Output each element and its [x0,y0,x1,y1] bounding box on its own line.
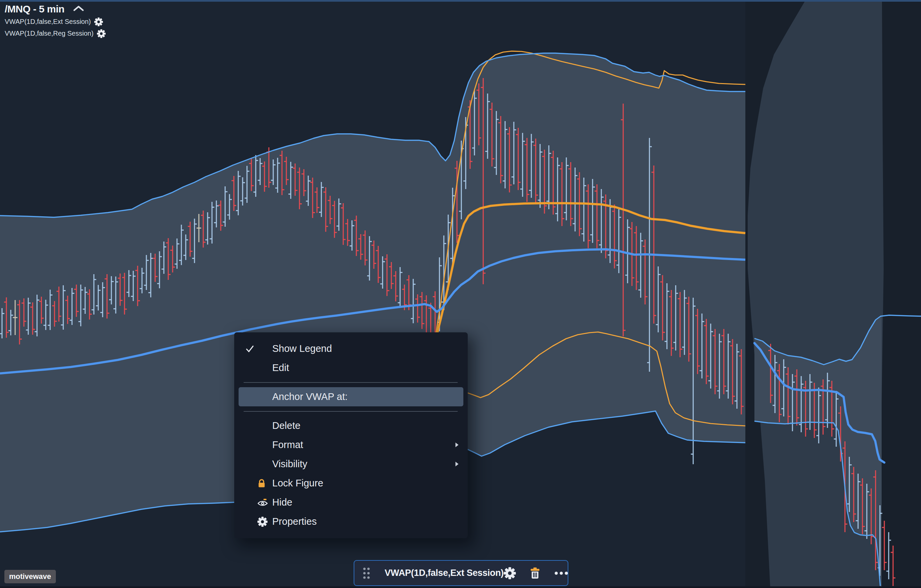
menu-item-label: Hide [272,497,293,508]
window-top-strip [0,0,921,2]
menu-item-anchor-vwap[interactable]: Anchor VWAP at: [239,387,463,406]
menu-item-edit[interactable]: Edit [234,358,468,377]
menu-item-label: Lock Figure [272,478,323,489]
menu-item-delete[interactable]: Delete [234,416,468,435]
toolbar-label: VWAP(1D,false,Ext Session) [385,568,504,578]
menu-item-show-legend[interactable]: Show Legend [234,339,468,358]
context-menu: Show LegendEditAnchor VWAP at:DeleteForm… [234,332,468,538]
chart-legend: /MNQ - 5 min VWAP(1D,false,Ext Session)V… [5,2,106,39]
menu-item-format[interactable]: Format [234,435,468,455]
indicator-label: VWAP(1D,false,Ext Session) [5,18,91,26]
vwap-floating-toolbar: VWAP(1D,false,Ext Session) [354,560,568,586]
legend-indicator-row: VWAP(1D,false,Ext Session) [5,16,106,28]
menu-item-properties[interactable]: Properties [234,512,468,531]
drag-handle-icon[interactable] [363,567,371,580]
menu-item-label: Properties [272,516,317,527]
indicator-settings-gear-icon[interactable] [94,18,103,26]
settings-button[interactable] [504,567,516,579]
indicator-settings-gear-icon[interactable] [97,29,106,38]
more-options-button[interactable] [554,571,568,575]
gear-icon [257,517,270,527]
menu-item-label: Format [272,439,303,450]
submenu-arrow-icon [455,442,459,448]
menu-item-visibility[interactable]: Visibility [234,455,468,474]
menu-separator [234,377,468,387]
menu-item-label: Delete [272,420,301,431]
symbol-title: /MNQ - 5 min [5,3,64,15]
check-icon [246,345,254,352]
chart-window: /MNQ - 5 min VWAP(1D,false,Ext Session)V… [0,0,921,588]
eye-icon [257,499,270,506]
menu-item-label: Show Legend [272,343,332,354]
legend-indicator-row: VWAP(1D,false,Reg Session) [5,28,106,39]
lock-icon [257,479,270,488]
window-bottom-strip [0,586,921,588]
menu-item-label: Visibility [272,458,307,469]
submenu-arrow-icon [455,461,459,467]
menu-item-hide[interactable]: Hide [234,493,468,512]
chevron-up-icon[interactable] [73,5,84,13]
delete-button[interactable] [530,567,540,579]
menu-separator [234,406,468,416]
menu-item-label: Anchor VWAP at: [272,391,348,402]
menu-item-lock-figure[interactable]: Lock Figure [234,474,468,493]
menu-item-label: Edit [272,362,289,374]
motivewave-watermark: motivewave [4,570,56,583]
indicator-label: VWAP(1D,false,Reg Session) [5,29,94,37]
